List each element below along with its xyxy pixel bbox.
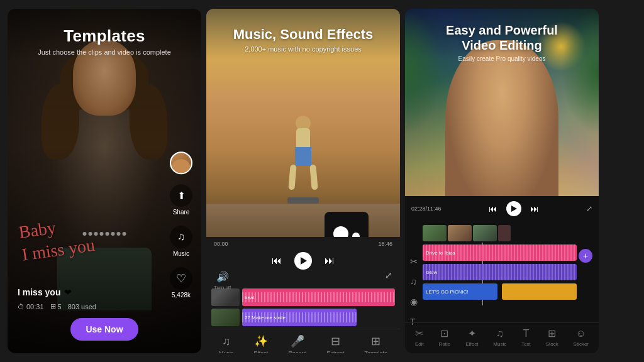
music-action[interactable]: ♫ Music — [170, 226, 192, 257]
effect-nav-icon: ✨ — [254, 334, 268, 348]
time-display: 00:00 16:46 — [206, 237, 400, 248]
p3-thumb-1 — [423, 225, 447, 241]
panel3-bottom-nav: ✂ Edit ⊡ Ratio ✦ Effect ♫ Music T Text — [405, 322, 599, 353]
p3-track-row-1 — [423, 225, 577, 241]
p3-expand-button[interactable]: ⤢ — [586, 204, 592, 213]
template-title: I miss you — [18, 287, 60, 297]
waveform-pink: beat — [242, 288, 395, 306]
panel2-footer: 00:00 16:46 🔊 Turn off ⏮ ⏭ ⤢ — [206, 237, 400, 353]
p3-nav-sticker[interactable]: ☺ Sticker — [574, 328, 589, 347]
p3-person-silhouette — [445, 40, 558, 216]
plus-icon: + — [583, 251, 588, 261]
p3-transport: ⏮ ⏭ — [441, 200, 586, 217]
panel3-footer: 02:28 / 11:46 ⏮ ⏭ ⤢ ✂ ♫ — [405, 196, 599, 353]
panel-music: Music, Sound Effects 2,000+ music with n… — [206, 9, 400, 353]
volume-label: Turn off — [214, 285, 231, 290]
p3-nav-ratio[interactable]: ⊡ Ratio — [439, 327, 451, 347]
nav-extract[interactable]: ⊟ Extract — [326, 334, 344, 353]
clip-label-2: 27 Make me smile — [245, 315, 286, 321]
template-meta: ⏱ 00:31 ⊞ 5 803 used — [18, 302, 191, 310]
p3-thumb-4 — [498, 225, 511, 241]
play-icon — [301, 257, 307, 265]
waveform-purple: 27 Make me smile — [242, 309, 357, 326]
p3-nav-music[interactable]: ♫ Music — [493, 328, 506, 347]
transport-area: 🔊 Turn off ⏮ ⏭ ⤢ — [206, 248, 400, 286]
clip-thumb-inner-2 — [211, 309, 240, 326]
skateboard — [287, 197, 319, 204]
skater-figure — [284, 116, 322, 204]
p3-track-row-2: Drive to Ibiza — [423, 244, 577, 261]
p3-effect-icon: ✦ — [468, 327, 476, 339]
template-nav-icon: ⊞ — [371, 334, 380, 348]
user-avatar — [170, 151, 192, 174]
handwriting-text: BabyI miss you — [18, 211, 97, 266]
panel2-bottom-nav: ♫ Music ✨ Effect 🎤 Record ⊟ Extract ⊞ — [206, 329, 400, 353]
music-label: Music — [173, 250, 189, 257]
skater-leg-l — [288, 165, 296, 190]
p3-play-icon — [511, 206, 517, 212]
grid-icon: ⊞ — [50, 302, 56, 310]
record-nav-label: Record — [288, 350, 306, 353]
volume-control[interactable]: 🔊 Turn off — [214, 271, 231, 290]
meta-clips: ⊞ 5 — [50, 302, 62, 310]
p3-track-label-2: Glow — [423, 270, 437, 275]
p3-thumb-img-3 — [473, 225, 497, 241]
p3-scissors-icon[interactable]: ✂ — [410, 256, 418, 266]
panel-templates: Templates Just choose the clips and vide… — [8, 9, 201, 353]
time-current: 00:00 — [214, 241, 228, 247]
clips-value: 5 — [58, 303, 62, 310]
wave-pattern-1 — [242, 292, 395, 303]
p3-add-clip-button[interactable]: + — [579, 249, 592, 263]
expand-button[interactable]: ⤢ — [385, 270, 392, 280]
p3-tracks-area: ✂ ♫ ◉ T + — [405, 225, 599, 300]
volume-icon: 🔊 — [216, 271, 229, 283]
nav-record[interactable]: 🎤 Record — [288, 334, 306, 353]
handwriting-line2: I miss you — [21, 235, 96, 265]
music-nav-label: Music — [219, 350, 234, 354]
p3-music-icon[interactable]: ♫ — [410, 277, 418, 287]
p3-forward-button[interactable]: ⏭ — [530, 204, 539, 214]
share-label: Share — [173, 209, 190, 216]
road-ground — [206, 204, 400, 241]
p3-thumb-img-4 — [498, 225, 511, 241]
p3-rewind-button[interactable]: ⏮ — [489, 204, 497, 214]
p3-time-current: 02:28 — [411, 206, 426, 212]
p3-play-button[interactable] — [506, 201, 521, 216]
p3-nav-text[interactable]: T Text — [521, 328, 531, 347]
nav-template[interactable]: ⊞ Template — [364, 334, 387, 353]
clip-tracks: beat 27 Make me smile — [206, 286, 400, 329]
clip-thumb-inner-1 — [211, 288, 240, 306]
rewind-button[interactable]: ⏮ — [272, 255, 282, 266]
transport-controls: ⏮ ⏭ — [206, 248, 400, 273]
panel3-title: Easy and PowerfulVideo Editing — [415, 23, 589, 53]
p3-ratio-icon: ⊡ — [440, 327, 448, 339]
nav-effect[interactable]: ✨ Effect — [254, 334, 269, 353]
avatar-action[interactable] — [170, 151, 192, 174]
p3-video-thumbs — [423, 225, 577, 241]
p3-effect-label: Effect — [465, 341, 478, 347]
p3-edit-icon: ✂ — [415, 327, 423, 339]
play-button[interactable] — [294, 252, 312, 270]
p3-sticker-nav-label: Sticker — [574, 341, 589, 347]
p3-text-nav-icon: T — [523, 328, 530, 339]
p3-text-track-yellow — [502, 283, 577, 300]
use-now-button[interactable]: Use Now — [70, 318, 138, 341]
used-value: 803 used — [68, 303, 96, 310]
p3-track-row-3: Glow — [423, 264, 577, 280]
p3-thumb-img-1 — [423, 225, 447, 241]
p3-time-total: 11:46 — [427, 206, 441, 212]
panel1-bottom: I miss you ❤ ⏱ 00:31 ⊞ 5 803 used — [8, 280, 201, 353]
nav-music[interactable]: ♫ Music — [219, 335, 234, 354]
p3-nav-stock[interactable]: ⊞ Stock — [546, 327, 558, 347]
forward-button[interactable]: ⏭ — [325, 255, 335, 266]
p3-nav-edit[interactable]: ✂ Edit — [415, 327, 424, 347]
share-action[interactable]: ⬆ Share — [170, 184, 192, 216]
panel1-content: Templates Just choose the clips and vide… — [8, 9, 201, 353]
p3-thumb-2 — [448, 225, 472, 241]
effect-nav-label: Effect — [254, 350, 269, 353]
clip-label-1: beat — [245, 295, 255, 300]
skater-shorts — [295, 147, 311, 166]
music-icon-circle: ♫ — [170, 226, 192, 248]
p3-sticker-icon[interactable]: ◉ — [410, 297, 418, 307]
p3-nav-effect[interactable]: ✦ Effect — [465, 327, 478, 347]
